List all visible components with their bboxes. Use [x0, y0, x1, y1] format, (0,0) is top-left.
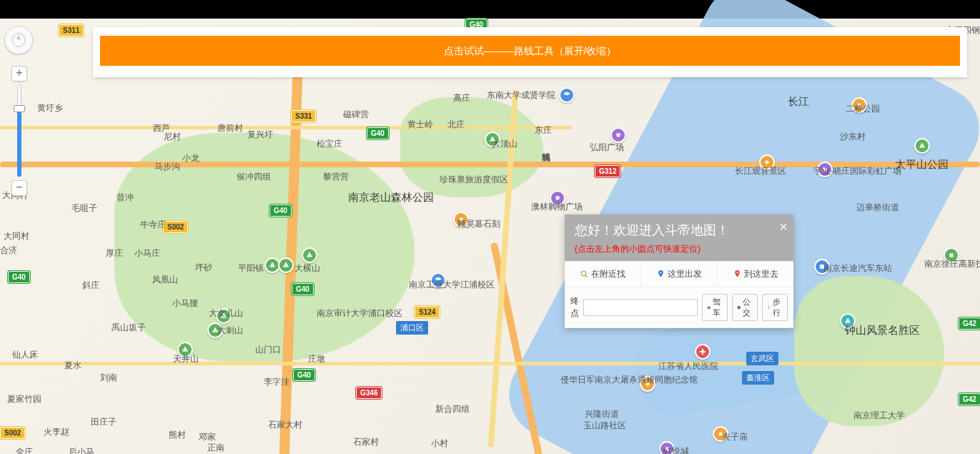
- zoom-in-button[interactable]: +: [11, 66, 27, 82]
- mode-walk-button[interactable]: 步行: [762, 294, 788, 321]
- close-icon[interactable]: ×: [779, 219, 788, 235]
- district-qinhuai: 秦淮区: [742, 371, 774, 385]
- park-zhongshan: [794, 276, 944, 426]
- svg-rect-12: [738, 306, 741, 309]
- poi-dongnan-icon[interactable]: [559, 87, 575, 103]
- search-icon: [580, 270, 589, 279]
- shield-g42-a: G42: [959, 393, 980, 405]
- label-daci: 大刺山: [217, 325, 243, 337]
- pin-red-icon: [733, 270, 742, 279]
- label-zhongshan: 钟山风景名胜区: [845, 324, 920, 337]
- map-canvas[interactable]: S311 S331 G40 G40 G40 G40 G40 G40 G312 G…: [0, 19, 980, 454]
- label-xuzhuang: 南京徐庄高新技术产业园: [924, 258, 980, 270]
- mode-transit-button[interactable]: 公交: [732, 294, 758, 321]
- car-icon: [706, 304, 711, 312]
- label-jinzhuang: 金庄: [16, 446, 33, 454]
- label-dading: 大顶山: [492, 138, 518, 150]
- label-xiezhuang: 斜庄: [82, 280, 99, 292]
- compass-control[interactable]: [4, 26, 33, 54]
- poi-hospital-icon[interactable]: [695, 344, 711, 360]
- shield-g40-b: G40: [269, 204, 292, 217]
- district-xuanwu: 玄武区: [746, 352, 778, 365]
- route-end-label: 终点: [570, 295, 579, 320]
- route-tool-toggle[interactable]: 点击试试———路线工具（展开/收缩）: [100, 36, 960, 66]
- tab-nearby[interactable]: 在附近找: [565, 262, 641, 287]
- label-fuxing: 复兴圩: [247, 129, 273, 141]
- label-daheng: 大横山: [295, 262, 320, 275]
- label-zhengnan: 正南: [207, 442, 224, 454]
- label-liunan: 刘南: [100, 372, 117, 384]
- compass-icon: [11, 32, 26, 48]
- label-memorial: 侵华日军南京大屠杀遇难同胞纪念馆: [560, 374, 639, 386]
- label-xiongcun: 熊村: [169, 429, 186, 441]
- label-mabugou: 马步沟: [154, 161, 180, 173]
- mode-drive-label: 驾车: [713, 297, 723, 318]
- mode-drive-button[interactable]: 驾车: [702, 294, 728, 321]
- label-xmy: 小马腰: [172, 297, 198, 310]
- svg-point-10: [708, 308, 708, 309]
- label-njlg: 南京理工大学: [853, 410, 905, 422]
- shield-g40-a: G40: [367, 127, 389, 139]
- route-input-row: 终点 驾车 公交 步行: [565, 287, 793, 328]
- label-maoy: 毛咀子: [71, 202, 97, 214]
- walk-icon: [766, 304, 771, 312]
- label-xiaolong: 小龙: [182, 152, 199, 164]
- label-dongnan: 东南大学成贤学院: [487, 89, 555, 102]
- svg-point-11: [709, 308, 710, 309]
- district-pukou: 浦口区: [396, 321, 428, 335]
- label-taiping: 太平山公园: [895, 158, 949, 172]
- label-xilu: 西芦: [153, 122, 170, 134]
- tab-from-here[interactable]: 这里出发: [641, 262, 718, 287]
- zoom-out-button[interactable]: −: [11, 180, 27, 196]
- destination-input[interactable]: [583, 299, 698, 316]
- zoom-control: + −: [11, 66, 27, 196]
- shield-g40-e: G40: [293, 369, 315, 381]
- label-xinglong: 兴隆街道: [585, 408, 619, 420]
- label-datong: 大同村: [4, 230, 29, 242]
- svg-point-14: [739, 308, 740, 309]
- label-lizijia: 李字洼: [264, 376, 289, 388]
- label-huolz: 火李赵: [44, 426, 69, 438]
- shield-s124: S124: [415, 306, 440, 318]
- label-fenghuang: 凤凰山: [152, 274, 178, 286]
- svg-point-13: [738, 308, 738, 309]
- info-panel-subtitle: (点击左上角的小圆点可快速定位): [575, 243, 783, 255]
- label-hongyang: 弘阳广场: [590, 142, 624, 154]
- label-liying: 黎营营: [323, 171, 349, 183]
- poi-daheng-icon[interactable]: [302, 247, 317, 263]
- label-yuye: 宇业·晓庄国际彩虹广场: [813, 165, 901, 177]
- label-guhao: 顾昊墓石刻: [457, 218, 500, 230]
- label-shichong: 昔冲: [117, 192, 134, 204]
- label-dongzhuang: 东庄: [535, 124, 552, 137]
- label-dengjia: 邓家: [199, 431, 216, 443]
- label-houxm: 后小马: [69, 446, 94, 454]
- shield-g42-c: G42: [959, 317, 980, 330]
- label-songbao: 松宝庄: [317, 138, 342, 150]
- poi-taiping-icon[interactable]: [914, 138, 930, 154]
- mode-transit-label: 公交: [743, 297, 753, 318]
- info-panel-header: 您好！欢迎进入斗帝地图！ (点击左上角的小圆点可快速定位) ×: [565, 214, 793, 261]
- label-aolin: 澳林购物广场: [531, 201, 583, 213]
- label-maigao: 迈皋桥街道: [856, 202, 899, 214]
- zoom-slider-handle[interactable]: [14, 105, 25, 112]
- shield-s002-b: S002: [0, 427, 25, 439]
- label-xianren: 仙人床: [12, 349, 38, 361]
- poi-hongyang-icon[interactable]: [610, 127, 626, 143]
- label-zhuqian: 庄墩: [308, 353, 325, 365]
- info-panel-title: 您好！欢迎进入斗帝地图！: [575, 222, 783, 239]
- zoom-slider-fill: [17, 109, 21, 177]
- label-xiashui: 夏水: [64, 360, 81, 372]
- label-yushanshe: 玉山路社区: [583, 420, 626, 432]
- shield-s311: S311: [59, 24, 84, 36]
- label-heji: 合济: [0, 245, 17, 257]
- shield-g312: G312: [595, 165, 620, 177]
- label-dnE: 大女儿山: [209, 307, 243, 320]
- label-xiajz: 夏家竹园: [7, 393, 41, 405]
- label-shanmen: 山门口: [255, 344, 281, 356]
- poi-pingyang-icon2[interactable]: [278, 257, 294, 273]
- road-secondary-1: [0, 126, 572, 129]
- tab-nearby-label: 在附近找: [591, 268, 625, 280]
- zoom-slider-track[interactable]: [17, 84, 21, 177]
- label-beizhuang: 北庄: [447, 119, 465, 131]
- tab-to-here[interactable]: 到这里去: [718, 262, 793, 287]
